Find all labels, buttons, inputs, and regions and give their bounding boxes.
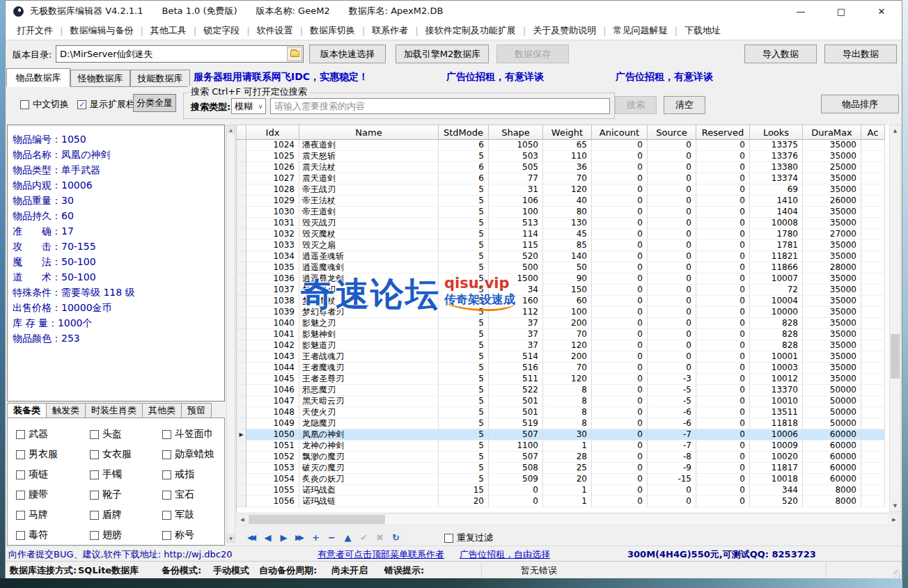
- scroll-right-icon[interactable]: ▶: [889, 514, 900, 525]
- nav-delete-button[interactable]: −: [324, 530, 340, 545]
- nav-prev-button[interactable]: ◀: [260, 530, 276, 545]
- nav-next-button[interactable]: ▶: [276, 530, 292, 545]
- menu-item-2[interactable]: 其他工具: [143, 24, 194, 37]
- table-row[interactable]: 1039梦幻尊者刃51121000001000035000: [237, 307, 900, 318]
- table-row[interactable]: 1029帝王法杖510640000141026000: [237, 196, 900, 207]
- scrollbar-thumb[interactable]: [891, 334, 900, 379]
- category-checkbox-男衣服[interactable]: 男衣服: [16, 448, 58, 461]
- table-row[interactable]: 1033毁灭之扇511585000178135000: [237, 240, 900, 251]
- category-checkbox-毒符[interactable]: 毒符: [16, 529, 58, 541]
- category-checkbox-军鼓[interactable]: 军鼓: [162, 509, 214, 521]
- chinese-toggle-checkbox[interactable]: 中文切换: [20, 98, 69, 111]
- search-input[interactable]: [270, 98, 610, 114]
- table-row[interactable]: 1028帝王战刃5311200006935000: [237, 184, 900, 196]
- nav-post-button[interactable]: ✔: [356, 530, 372, 545]
- category-checkbox-斗笠面巾[interactable]: 斗笠面巾: [162, 428, 214, 440]
- table-row[interactable]: 1055诺玛战盔15010003448000: [237, 485, 900, 496]
- category-tab-2[interactable]: 时装生肖类: [85, 403, 143, 418]
- table-row[interactable]: 1049龙隐魔刃551980-601181850000: [237, 418, 900, 429]
- browse-folder-button[interactable]: [287, 47, 302, 61]
- table-row[interactable]: 1056诺玛战链20010005208000: [237, 496, 900, 507]
- table-header-anicount[interactable]: Anicount: [592, 125, 648, 140]
- resize-grip[interactable]: [893, 570, 900, 577]
- show-extended-checkbox[interactable]: ✓ 显示扩展栏: [77, 98, 135, 111]
- menu-item-0[interactable]: 打开文件: [10, 24, 60, 37]
- info-panel-scrollbar[interactable]: ▲ ▼: [226, 125, 235, 543]
- menu-item-7[interactable]: 接软件定制及功能扩展: [418, 24, 523, 37]
- scroll-up-icon[interactable]: ▲: [890, 125, 900, 136]
- category-all-button[interactable]: 分类全显: [133, 94, 176, 112]
- category-checkbox-武器[interactable]: 武器: [16, 428, 58, 440]
- menu-item-1[interactable]: 数据编辑与备份: [63, 24, 140, 37]
- category-checkbox-手镯[interactable]: 手镯: [90, 468, 132, 481]
- menu-item-6[interactable]: 联系作者: [365, 24, 415, 37]
- ad-rent-link[interactable]: 广告位招租，自由选择: [460, 548, 550, 561]
- menu-item-4[interactable]: 软件设置: [250, 24, 300, 37]
- nav-cancel-button[interactable]: ✖: [372, 530, 388, 545]
- table-row[interactable]: 1040影魅之刃53720000082835000: [237, 318, 900, 329]
- maximize-button[interactable]: □: [821, 1, 861, 22]
- category-checkbox-戒指[interactable]: 戒指: [162, 468, 214, 481]
- table-vertical-scrollbar[interactable]: ▲ ▼: [889, 125, 901, 512]
- category-checkbox-勋章蜡烛[interactable]: 勋章蜡烛: [162, 448, 214, 461]
- table-row[interactable]: 1027震天道剑677700001337435000: [237, 173, 900, 184]
- table-header-stdmode[interactable]: StdMode: [439, 125, 489, 140]
- menu-item-3[interactable]: 锁定字段: [196, 24, 246, 37]
- table-row[interactable]: 1031毁灭战刃55131300001000835000: [237, 218, 900, 229]
- table-row[interactable]: 1043王者战魂刀55142000001000135000: [237, 351, 900, 363]
- search-button[interactable]: 搜索: [615, 96, 657, 114]
- scroll-up-icon[interactable]: ▲: [227, 125, 235, 134]
- search-type-dropdown[interactable]: 模糊 ∨: [231, 98, 266, 114]
- close-button[interactable]: ✕: [861, 1, 902, 22]
- table-row[interactable]: 1030帝王道剑510080000140435000: [237, 207, 900, 218]
- table-row[interactable]: 1048天使火刃550180-601351150000: [237, 407, 900, 418]
- table-row[interactable]: 1034逍遥圣魂斩55201400001182135000: [237, 251, 900, 262]
- table-row[interactable]: 1042影魅道刃53712000082835000: [237, 340, 900, 351]
- table-horizontal-scrollbar[interactable]: ◀ ▶: [236, 514, 900, 525]
- table-row[interactable]: 1037梦幻飞刃5341500007235000: [237, 285, 900, 296]
- table-row[interactable]: 1024潘夜道剑61050650001337535000: [237, 140, 900, 151]
- quick-select-button[interactable]: 版本快速选择: [309, 45, 386, 63]
- nav-last-button[interactable]: ▶▶: [292, 530, 308, 545]
- category-tab-3[interactable]: 其他类: [142, 403, 182, 418]
- tab-skill-db[interactable]: 技能数据库: [130, 70, 190, 87]
- category-tab-0[interactable]: 装备类: [7, 403, 47, 418]
- table-row[interactable]: 1036逍遥尊龙剑51500900001000735000: [237, 273, 900, 285]
- table-row[interactable]: 1052飘渺の魔刃5507280-801002060000: [237, 452, 900, 463]
- export-data-button[interactable]: 导出数据: [824, 45, 897, 63]
- minimize-button[interactable]: —: [781, 1, 821, 22]
- version-dir-input[interactable]: D:\MirServer仙剑迷失: [56, 45, 304, 63]
- table-row[interactable]: 1045王者圣尊刃55111200-301001235000: [237, 374, 900, 385]
- import-data-button[interactable]: 导入数据: [744, 45, 817, 63]
- table-header-shape[interactable]: Shape: [489, 125, 543, 140]
- table-row[interactable]: 1047黑天暗云刃550180-501001050000: [237, 396, 900, 407]
- menu-item-10[interactable]: 下载地址: [678, 24, 728, 37]
- load-engine-button[interactable]: 加载引擎M2数据库: [396, 45, 489, 63]
- category-checkbox-靴子[interactable]: 靴子: [90, 488, 132, 501]
- category-checkbox-盾牌[interactable]: 盾牌: [90, 509, 132, 521]
- table-row[interactable]: 1041影魅神剑5377000082835000: [237, 329, 900, 340]
- table-header-name[interactable]: Name: [299, 125, 439, 140]
- category-tab-4[interactable]: 预留: [181, 403, 212, 418]
- category-checkbox-项链[interactable]: 项链: [16, 468, 58, 481]
- table-row[interactable]: 1046邪恶魔刃552280-501337050000: [237, 385, 900, 396]
- scroll-down-icon[interactable]: ▼: [227, 534, 235, 542]
- table-row[interactable]: 1032毁灭魔杖511445000178027000: [237, 229, 900, 240]
- table-row[interactable]: 1044王者魔魂刃5516700001000335000: [237, 363, 900, 374]
- menu-item-9[interactable]: 常见问题解疑: [606, 24, 675, 37]
- table-row[interactable]: 1038梦幻魔杖5160600001000435000: [237, 296, 900, 307]
- table-row[interactable]: 1051龙神の神剑5110010-701000960000: [237, 440, 900, 452]
- item-sort-button[interactable]: 物品排序: [821, 95, 899, 113]
- tab-item-db[interactable]: 物品数据库: [6, 68, 70, 87]
- contact-author-link[interactable]: 有意者可点击顶部菜单联系作者: [318, 548, 444, 561]
- nav-insert-button[interactable]: +: [308, 530, 324, 545]
- table-row[interactable]: 1054炙炎の妖刀5509200-1501001860000: [237, 474, 900, 485]
- clear-button[interactable]: 清空: [664, 96, 705, 114]
- menu-item-8[interactable]: 关于及赞助说明: [526, 24, 603, 37]
- nav-first-button[interactable]: ◀◀: [244, 530, 260, 545]
- duplicate-filter-checkbox[interactable]: 重复过滤: [444, 532, 493, 544]
- category-checkbox-翅膀[interactable]: 翅膀: [90, 529, 132, 541]
- table-header-duramax[interactable]: DuraMax: [803, 125, 861, 140]
- category-checkbox-女衣服[interactable]: 女衣服: [90, 448, 132, 461]
- table-row[interactable]: 1025震天怒斩55031100001337635000: [237, 151, 900, 162]
